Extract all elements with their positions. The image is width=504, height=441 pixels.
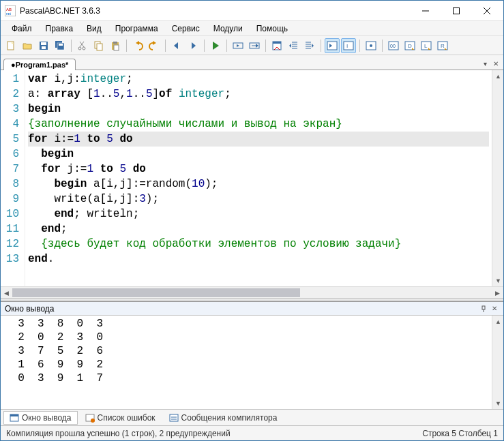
menu-file[interactable]: Файл [5,22,39,35]
menu-help[interactable]: Помощь [250,22,295,35]
output-header: Окно вывода ✕ [1,302,503,316]
tab-errors[interactable]: Список ошибок [79,411,162,425]
svg-marker-30 [237,44,239,47]
tab-bar: ●Program1.pas* ▾ ✕ [1,55,503,70]
svg-rect-20 [97,44,102,50]
close-button[interactable] [471,1,502,20]
tab-errors-label: Список ошибок [98,413,155,423]
editor-vscroll[interactable]: ▲ ▼ [492,70,503,286]
minimize-button[interactable] [410,1,441,20]
editor-hscroll[interactable]: ◀ ▶ [1,286,503,298]
step-into-icon[interactable] [231,38,246,53]
tab-dropdown-icon[interactable]: ▾ [480,59,490,68]
svg-rect-10 [41,42,46,45]
menu-modules[interactable]: Модули [207,22,250,35]
tab-close-icon[interactable]: ✕ [491,59,501,68]
output-title: Окно вывода [5,304,55,314]
svg-rect-63 [482,306,485,309]
output-close-icon[interactable]: ✕ [490,304,499,314]
toolbar: I 00 D L R [1,36,503,55]
output-vscroll[interactable]: ▲ ▼ [492,316,503,409]
toggle-panel-1-icon[interactable] [325,38,340,53]
svg-rect-48 [344,42,353,50]
line-gutter: 12345678910111213 [1,70,25,286]
editor: 12345678910111213 var i,j:integer;a: arr… [1,70,503,286]
svg-rect-14 [59,44,63,46]
scroll-down-icon[interactable]: ▼ [492,275,504,286]
maximize-button[interactable] [441,1,471,20]
svg-marker-25 [153,41,156,45]
svg-text:I: I [346,43,348,49]
svg-text:L: L [424,43,428,49]
errors-tab-icon [85,413,95,423]
code-area[interactable]: var i,j:integer;a: array [1..5,1..5]of i… [25,70,492,286]
toggle-panel-2-icon[interactable]: I [341,38,356,53]
output-panel: Окно вывода ✕ 3 3 8 0 3 2 0 2 3 0 3 7 5 … [1,301,503,409]
svg-marker-28 [213,42,219,50]
svg-rect-35 [273,42,281,44]
svg-text:D: D [408,43,412,49]
copy-icon[interactable] [91,38,106,53]
tool-d-icon[interactable]: D [402,38,417,53]
new-file-icon[interactable] [3,38,18,53]
indent-left-icon[interactable] [286,38,301,53]
status-position: Строка 5 Столбец 1 [422,429,498,438]
scroll-up-icon[interactable]: ▲ [492,316,504,327]
undo-icon[interactable] [130,38,145,53]
save-icon[interactable] [36,38,51,53]
paste-icon[interactable] [108,38,123,53]
svg-marker-33 [256,44,258,48]
tab-compiler-label: Сообщения компилятора [181,413,278,423]
scroll-down-icon[interactable]: ▼ [492,397,504,409]
tool-r-icon[interactable]: R [435,38,450,53]
output-tab-icon [10,413,19,423]
svg-text:net: net [6,12,12,16]
pin-icon[interactable] [479,304,488,314]
compiler-tab-icon [169,413,179,423]
titlebar: AB net PascalABC.NET 3.6.3 [1,1,503,21]
indent-right-icon[interactable] [302,38,317,53]
svg-rect-66 [10,414,18,416]
svg-marker-40 [289,44,291,48]
step-over-icon[interactable] [247,38,262,53]
window-title: PascalABC.NET 3.6.3 [20,6,410,16]
svg-point-17 [78,47,81,50]
tool-code-icon[interactable]: 00 [386,38,401,53]
menu-service[interactable]: Сервис [165,22,207,35]
svg-marker-45 [312,44,314,48]
tab-output[interactable]: Окно вывода [3,411,78,425]
svg-text:00: 00 [390,44,396,48]
nav-back-icon[interactable] [169,38,184,53]
bottom-tabs: Окно вывода Список ошибок Сообщения комп… [1,409,503,425]
status-message: Компиляция прошла успешно (1 строк), 2 п… [6,429,231,438]
scroll-up-icon[interactable]: ▲ [492,70,504,82]
tab-compiler[interactable]: Сообщения компилятора [163,411,284,425]
svg-point-68 [91,419,95,423]
svg-rect-23 [114,45,119,50]
file-tab[interactable]: ●Program1.pas* [3,59,76,70]
menu-edit[interactable]: Правка [39,22,80,35]
tool-l-icon[interactable]: L [419,38,434,53]
toggle-panel-3-icon[interactable] [364,38,379,53]
run-icon[interactable] [208,38,223,53]
menu-program[interactable]: Программа [108,22,165,35]
tab-output-label: Окно вывода [22,413,72,423]
scroll-right-icon[interactable]: ▶ [492,287,503,299]
svg-point-18 [83,47,85,50]
redo-icon[interactable] [147,38,162,53]
svg-rect-22 [113,42,117,44]
svg-marker-26 [174,42,178,49]
nav-forward-icon[interactable] [186,38,201,53]
svg-marker-27 [192,42,196,49]
form-icon[interactable] [269,38,284,53]
save-all-icon[interactable] [53,38,68,53]
svg-text:R: R [441,43,445,49]
svg-marker-24 [136,41,139,45]
svg-rect-11 [42,46,46,49]
scroll-left-icon[interactable]: ◀ [1,287,12,299]
open-file-icon[interactable] [20,38,35,53]
cut-icon[interactable] [75,38,90,53]
output-text[interactable]: 3 3 8 0 3 2 0 2 3 0 3 7 5 2 6 1 6 9 9 2 … [1,316,492,409]
statusbar: Компиляция прошла успешно (1 строк), 2 п… [1,425,503,440]
menu-view[interactable]: Вид [80,22,108,35]
